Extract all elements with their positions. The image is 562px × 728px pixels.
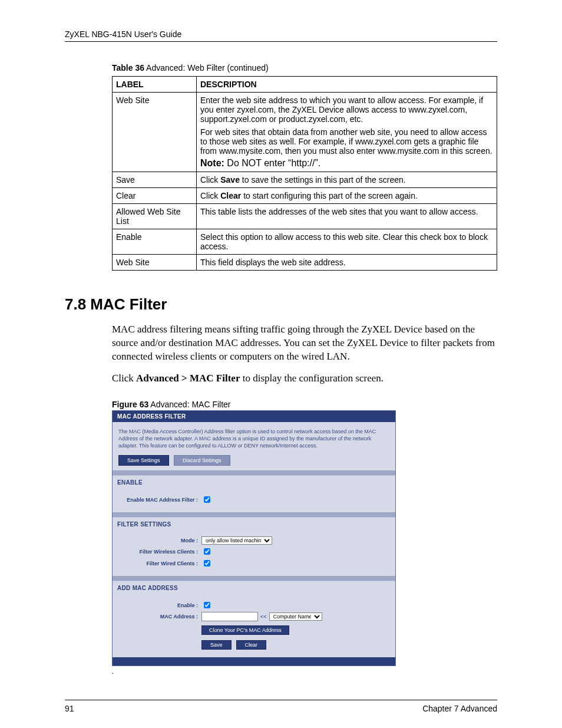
clone-mac-button[interactable]: Clone Your PC's MAC Address [201,625,289,635]
cell-description: This field displays the web site address… [197,255,497,271]
help-text: The MAC (Media Access Controller) Addres… [118,428,389,449]
filter-settings-head: FILTER SETTINGS [113,517,395,531]
table-row: Web Site Enter the web site address to w… [113,93,497,172]
page-footer: 91 Chapter 7 Advanced [65,700,497,713]
add-enable-checkbox[interactable] [204,602,210,608]
save-button[interactable]: Save [201,640,232,650]
cell-label: Save [113,172,197,188]
t: Advanced > MAC Filter [136,373,240,384]
cell-label: Web Site [113,255,197,271]
mode-select[interactable]: only allow listed machines [201,536,272,545]
mac-address-input[interactable] [201,612,258,621]
computer-name-select[interactable]: Computer Name [269,612,322,621]
table-caption: Table 36 Advanced: Web Filter (continued… [112,63,497,73]
body-paragraph: MAC address filtering means sifting traf… [112,323,497,364]
cell-label: Enable [113,229,197,255]
desc-para: Enter the web site address to which you … [200,95,493,124]
th-label: LABEL [113,77,197,93]
t: to start configuring this part of the sc… [241,191,418,200]
panel-intro: The MAC (Media Access Controller) Addres… [113,422,395,470]
page-header: ZyXEL NBG-415N User's Guide [65,29,497,42]
cell-description: This table lists the addresses of the we… [197,204,497,229]
table-row: Allowed Web Site List This table lists t… [113,204,497,229]
note-text: Do NOT enter “http://”. [224,158,320,168]
table-row: Save Click Save to save the settings in … [113,172,497,188]
t: to display the configuration screen. [240,373,384,384]
panel-title: MAC ADDRESS FILTER [113,411,395,422]
continuation-dot: . [112,666,497,676]
discard-settings-button[interactable]: Discard Settings [174,455,230,466]
add-mac-head: ADD MAC ADDRESS [113,581,395,595]
mac-address-label: MAC Address : [118,614,201,620]
enable-section-head: ENABLE [113,475,395,489]
filter-wired-checkbox[interactable] [204,560,210,566]
save-settings-button[interactable]: Save Settings [118,455,169,466]
mode-label: Mode : [118,538,201,543]
cell-label: Allowed Web Site List [113,204,197,229]
cell-description: Select this option to allow access to th… [197,229,497,255]
table-caption-text: Advanced: Web Filter (continued) [144,63,269,73]
cell-label: Web Site [113,93,197,172]
desc-note: Note: Do NOT enter “http://”. [200,158,493,169]
t: Clear [220,191,241,200]
enable-mac-filter-checkbox[interactable] [204,496,210,503]
table-row: Enable Select this option to allow acces… [113,229,497,255]
t: Click [112,373,136,384]
web-filter-table: LABEL DESCRIPTION Web Site Enter the web… [112,76,497,271]
section-heading: 7.8 MAC Filter [65,295,497,314]
enable-mac-filter-label: Enable MAC Address Filter : [118,497,201,503]
copy-arrows: << [260,614,267,620]
torn-edge-icon [113,657,395,666]
filter-wireless-checkbox[interactable] [204,548,210,555]
body-paragraph: Click Advanced > MAC Filter to display t… [112,372,497,386]
figure-mac-filter: MAC ADDRESS FILTER The MAC (Media Access… [112,410,396,666]
page-number: 91 [65,704,74,713]
figure-caption: Figure 63 Advanced: MAC Filter [112,400,497,409]
table-row: Clear Click Clear to start configuring t… [113,188,497,204]
t: Click [200,191,220,200]
cell-description: Enter the web site address to which you … [197,93,497,172]
cell-description: Click Save to save the settings in this … [197,172,497,188]
filter-wireless-label: Filter Wireless Clients : [118,549,201,555]
table-row: Web Site This field displays the web sit… [113,255,497,271]
t: Click [200,175,220,185]
note-bold: Note: [200,158,224,168]
th-description: DESCRIPTION [197,77,497,93]
t: Save [220,175,240,185]
cell-description: Click Clear to start configuring this pa… [197,188,497,204]
filter-wired-label: Filter Wired Clients : [118,561,201,566]
chapter-label: Chapter 7 Advanced [422,704,497,713]
table-caption-number: Table 36 [112,63,144,73]
add-enable-label: Enable : [118,602,201,608]
clear-button[interactable]: Clear [236,640,267,650]
figure-caption-number: Figure 63 [112,400,148,409]
cell-label: Clear [113,188,197,204]
figure-caption-text: Advanced: MAC Filter [148,400,230,409]
t: to save the settings in this part of the… [240,175,406,185]
desc-para: For web sites that obtain data from anot… [200,127,493,156]
